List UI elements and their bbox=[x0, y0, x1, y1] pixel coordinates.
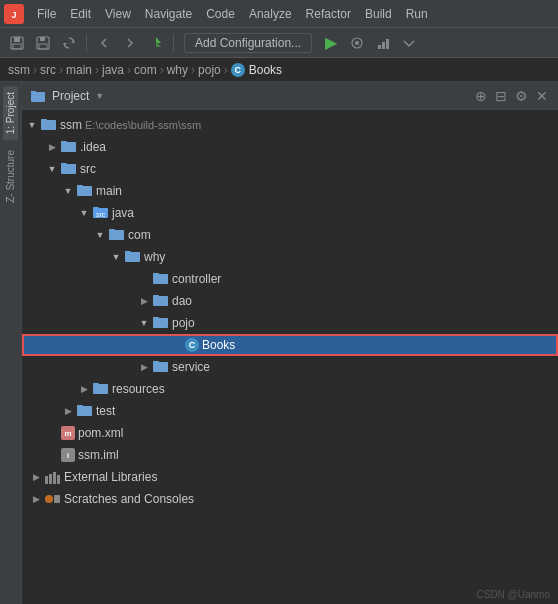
tree-item-src[interactable]: ▼ src bbox=[22, 158, 558, 180]
panel-layout-action[interactable]: ⊟ bbox=[493, 86, 509, 106]
menu-view[interactable]: View bbox=[98, 4, 138, 24]
project-tab[interactable]: 1: Project bbox=[3, 86, 18, 140]
panel-dropdown-arrow[interactable]: ▼ bbox=[95, 91, 104, 101]
tree-item-idea[interactable]: ▶ .idea bbox=[22, 136, 558, 158]
svg-rect-32 bbox=[45, 476, 48, 484]
tree-item-scratches[interactable]: ▶ Scratches and Consoles bbox=[22, 488, 558, 510]
main-folder-icon bbox=[77, 184, 93, 198]
sync-button[interactable] bbox=[58, 32, 80, 54]
breadcrumb-src[interactable]: src bbox=[40, 63, 56, 77]
iml-label: ssm.iml bbox=[78, 448, 119, 462]
save-all-button[interactable] bbox=[6, 32, 28, 54]
pom-xml-icon: m bbox=[61, 426, 75, 440]
svg-rect-7 bbox=[39, 44, 47, 49]
toolbar: Add Configuration... ▶ bbox=[0, 28, 558, 58]
ext-arrow: ▶ bbox=[30, 472, 42, 482]
back-button[interactable] bbox=[93, 32, 115, 54]
ssm-folder-icon bbox=[41, 118, 57, 132]
books-class-icon: C bbox=[185, 338, 199, 352]
pom-label: pom.xml bbox=[78, 426, 123, 440]
svg-rect-26 bbox=[153, 274, 168, 284]
svg-rect-29 bbox=[153, 362, 168, 372]
tree-item-books[interactable]: ▶ C Books bbox=[22, 334, 558, 356]
svg-rect-35 bbox=[57, 475, 60, 484]
project-panel: Project ▼ ⊕ ⊟ ⚙ ✕ ▼ ssm E:\codes\build-s… bbox=[22, 82, 558, 604]
svg-rect-31 bbox=[77, 406, 92, 416]
svg-rect-4 bbox=[13, 44, 21, 49]
dao-label: dao bbox=[172, 294, 192, 308]
watermark: CSDN @Uanmo bbox=[476, 589, 550, 600]
debug-button[interactable] bbox=[346, 32, 368, 54]
breadcrumb-pojo[interactable]: pojo bbox=[198, 63, 221, 77]
tree-item-why[interactable]: ▼ why bbox=[22, 246, 558, 268]
svg-rect-33 bbox=[49, 474, 52, 484]
service-label: service bbox=[172, 360, 210, 374]
breadcrumb-ssm[interactable]: ssm bbox=[8, 63, 30, 77]
scratches-icon bbox=[45, 492, 61, 506]
forward-button[interactable] bbox=[119, 32, 141, 54]
tree-item-external-libraries[interactable]: ▶ External Libraries bbox=[22, 466, 558, 488]
add-configuration-button[interactable]: Add Configuration... bbox=[184, 33, 312, 53]
tree-item-main[interactable]: ▼ main bbox=[22, 180, 558, 202]
dao-folder-icon bbox=[153, 294, 169, 308]
breadcrumb-sep-2: › bbox=[59, 63, 63, 77]
svg-rect-30 bbox=[93, 384, 108, 394]
resources-folder-icon bbox=[93, 382, 109, 396]
svg-rect-18 bbox=[41, 120, 56, 130]
src-folder-icon bbox=[61, 162, 77, 176]
menu-run[interactable]: Run bbox=[399, 4, 435, 24]
panel-actions: ⊕ ⊟ ⚙ ✕ bbox=[473, 86, 550, 106]
tree-item-service[interactable]: ▶ service bbox=[22, 356, 558, 378]
tree-item-pom[interactable]: ▶ m pom.xml bbox=[22, 422, 558, 444]
tree-item-ssm[interactable]: ▼ ssm E:\codes\build-ssm\ssm bbox=[22, 114, 558, 136]
more-actions-button[interactable] bbox=[398, 32, 420, 54]
menu-refactor[interactable]: Refactor bbox=[299, 4, 358, 24]
panel-close-action[interactable]: ✕ bbox=[534, 86, 550, 106]
menu-navigate[interactable]: Navigate bbox=[138, 4, 199, 24]
separator-1 bbox=[86, 34, 87, 52]
tree-item-pojo[interactable]: ▼ pojo bbox=[22, 312, 558, 334]
app-icon: J bbox=[4, 4, 24, 24]
pojo-arrow: ▼ bbox=[138, 318, 150, 328]
pojo-label: pojo bbox=[172, 316, 195, 330]
tree-item-iml[interactable]: ▶ i ssm.iml bbox=[22, 444, 558, 466]
menu-file[interactable]: File bbox=[30, 4, 63, 24]
svg-text:J: J bbox=[11, 10, 16, 20]
java-label: java bbox=[112, 206, 134, 220]
breadcrumb-com[interactable]: com bbox=[134, 63, 157, 77]
svg-rect-14 bbox=[378, 45, 381, 49]
panel-add-action[interactable]: ⊕ bbox=[473, 86, 489, 106]
controller-label: controller bbox=[172, 272, 221, 286]
tree-item-resources[interactable]: ▶ resources bbox=[22, 378, 558, 400]
java-arrow: ▼ bbox=[78, 208, 90, 218]
svg-rect-15 bbox=[382, 42, 385, 49]
svg-rect-6 bbox=[40, 37, 45, 41]
tree-item-java[interactable]: ▼ src java bbox=[22, 202, 558, 224]
tree-item-test[interactable]: ▶ test bbox=[22, 400, 558, 422]
menu-build[interactable]: Build bbox=[358, 4, 399, 24]
breadcrumb-why[interactable]: why bbox=[167, 63, 188, 77]
tree-item-dao[interactable]: ▶ dao bbox=[22, 290, 558, 312]
com-label: com bbox=[128, 228, 151, 242]
menu-code[interactable]: Code bbox=[199, 4, 242, 24]
run-button[interactable]: ▶ bbox=[320, 32, 342, 54]
panel-header: Project ▼ ⊕ ⊟ ⚙ ✕ bbox=[22, 82, 558, 110]
main-arrow: ▼ bbox=[62, 186, 74, 196]
coverage-button[interactable] bbox=[372, 32, 394, 54]
src-arrow: ▼ bbox=[46, 164, 58, 174]
why-label: why bbox=[144, 250, 165, 264]
menu-edit[interactable]: Edit bbox=[63, 4, 98, 24]
menu-analyze[interactable]: Analyze bbox=[242, 4, 299, 24]
svg-point-36 bbox=[45, 495, 53, 503]
main-label: main bbox=[96, 184, 122, 198]
tree-item-com[interactable]: ▼ com bbox=[22, 224, 558, 246]
breadcrumb-main[interactable]: main bbox=[66, 63, 92, 77]
structure-tab[interactable]: Z- Structure bbox=[3, 144, 18, 209]
breadcrumb-java[interactable]: java bbox=[102, 63, 124, 77]
tree-item-controller[interactable]: ▶ controller bbox=[22, 268, 558, 290]
ssm-arrow: ▼ bbox=[26, 120, 38, 130]
panel-settings-action[interactable]: ⚙ bbox=[513, 86, 530, 106]
revert-button[interactable] bbox=[145, 32, 167, 54]
save-button[interactable] bbox=[32, 32, 54, 54]
resources-label: resources bbox=[112, 382, 165, 396]
